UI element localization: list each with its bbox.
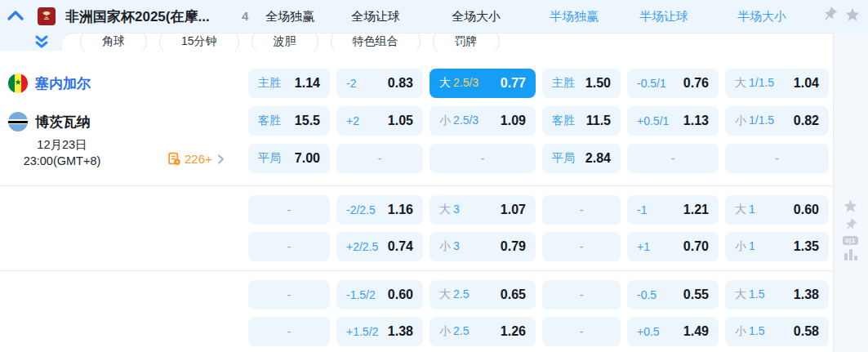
odds-cell-empty: -: [542, 195, 621, 225]
odds-cell-empty: -: [248, 195, 330, 225]
odds-cell[interactable]: 大31.07: [430, 195, 536, 225]
right-toolbar: 0|1: [833, 198, 868, 261]
market-filter-pills: 角球15分钟波胆特色组合罚牌: [62, 33, 821, 51]
odds-cell-empty: -: [627, 144, 719, 173]
odds-cell[interactable]: 平局7.00: [248, 144, 330, 173]
league-header-bar: 非洲国家杯2025(在摩... 4 全场独赢全场让球全场大小半场独赢半场让球半场…: [0, 0, 868, 33]
section-divider: [0, 185, 833, 186]
match-count: 4: [242, 9, 248, 23]
odds-row: --2/2.51.16大31.07--11.21大10.60: [248, 195, 829, 225]
senegal-flag-icon: [8, 74, 28, 93]
odds-row: -+1.5/21.38小2.51.26-+0.51.49小1.50.58: [248, 317, 829, 346]
league-logo: [38, 7, 56, 25]
odds-cell[interactable]: 客胜15.5: [248, 106, 330, 136]
odds-cell-empty: -: [248, 280, 330, 310]
right-side-strip: [833, 33, 868, 352]
odds-cell[interactable]: -20.83: [336, 69, 423, 98]
odds-cell[interactable]: 平局2.84: [542, 144, 621, 173]
odds-cell[interactable]: 客胜11.5: [542, 106, 621, 136]
stats-chart-icon[interactable]: [844, 249, 857, 261]
odds-cell[interactable]: +10.70: [627, 232, 719, 261]
market-tab[interactable]: 半场让球: [639, 9, 688, 25]
odds-cell-empty: -: [542, 232, 621, 261]
odds-cell-empty: -: [248, 232, 330, 261]
odds-cell[interactable]: 大1.51.38: [725, 280, 829, 310]
market-tab[interactable]: 全场让球: [351, 9, 400, 25]
filter-pill[interactable]: 15分钟: [159, 33, 239, 51]
odds-cell[interactable]: 主胜1.50: [542, 69, 621, 98]
league-title: 非洲国家杯2025(在摩...: [65, 7, 210, 26]
score-toggle-icon[interactable]: 0|1: [843, 236, 858, 245]
away-team-name[interactable]: 博茨瓦纳: [35, 113, 91, 131]
trophy-icon: [40, 10, 53, 23]
botswana-flag-icon: [8, 112, 28, 131]
odds-cell[interactable]: 小11.35: [725, 232, 829, 261]
odds-cell[interactable]: -11.21: [627, 195, 719, 225]
market-tab[interactable]: 半场独赢: [550, 9, 599, 25]
odds-row: 客胜15.5+21.05小2.5/31.09客胜11.5+0.5/11.13小1…: [248, 106, 829, 136]
odds-cell[interactable]: +1.5/21.38: [336, 317, 423, 346]
collapse-chevron-up-icon[interactable]: [7, 8, 24, 23]
away-team-row[interactable]: 博茨瓦纳: [8, 107, 91, 136]
market-tab[interactable]: 全场独赢: [265, 9, 314, 25]
odds-cell[interactable]: 大2.50.65: [430, 280, 536, 310]
market-tab[interactable]: 半场大小: [737, 9, 786, 25]
odds-cell[interactable]: 小30.79: [430, 232, 536, 261]
odds-cell[interactable]: 小1.50.58: [725, 317, 829, 346]
odds-cell[interactable]: 大10.60: [725, 195, 829, 225]
match-datetime: 12月23日 23:00(GMT+8): [0, 136, 124, 169]
odds-cell[interactable]: 小2.51.26: [430, 317, 536, 346]
match-date: 12月23日: [0, 136, 124, 153]
match-time: 23:00(GMT+8): [0, 153, 124, 169]
chevron-right-icon: [216, 154, 225, 164]
odds-cell-empty: -: [542, 317, 621, 346]
odds-cell[interactable]: -0.5/10.76: [627, 69, 719, 98]
market-tab[interactable]: 全场大小: [452, 9, 501, 25]
odds-cell-selected[interactable]: 大2.5/30.77: [430, 69, 536, 98]
odds-cell[interactable]: +21.05: [336, 106, 423, 136]
markets-list-icon: [167, 152, 181, 166]
filter-pill[interactable]: 角球: [80, 33, 147, 51]
star-icon[interactable]: [844, 7, 861, 23]
odds-cell[interactable]: -2/2.51.16: [336, 195, 423, 225]
odds-cell[interactable]: 小2.5/31.09: [430, 106, 536, 136]
odds-cell-empty: -: [542, 280, 621, 310]
home-team-row[interactable]: 塞内加尔: [8, 69, 91, 98]
odds-cell[interactable]: +0.51.49: [627, 317, 719, 346]
section-divider: [0, 270, 833, 271]
odds-cell-empty: -: [336, 144, 423, 173]
odds-cell[interactable]: -0.50.55: [627, 280, 719, 310]
odds-cell-empty: -: [430, 144, 536, 173]
markets-count: 226+: [185, 152, 212, 166]
filter-pill[interactable]: 罚牌: [433, 33, 500, 51]
odds-cell-empty: -: [725, 144, 829, 173]
odds-row: --1.5/20.60大2.50.65--0.50.55大1.51.38: [248, 280, 829, 310]
odds-row: -+2/2.50.74小30.79-+10.70小11.35: [248, 232, 829, 261]
filter-pill[interactable]: 波胆: [251, 33, 318, 51]
odds-cell[interactable]: -1.5/20.60: [336, 280, 423, 310]
odds-cell[interactable]: 主胜1.14: [248, 69, 330, 98]
more-markets-link[interactable]: 226+: [167, 152, 225, 166]
pin-icon[interactable]: [821, 7, 838, 23]
odds-cell[interactable]: +2/2.50.74: [336, 232, 423, 261]
odds-cell[interactable]: 大1/1.51.04: [725, 69, 829, 98]
odds-row: 平局7.00--平局2.84--: [248, 144, 829, 173]
odds-row: 主胜1.14-20.83大2.5/30.77主胜1.50-0.5/10.76大1…: [248, 69, 829, 98]
odds-cell[interactable]: +0.5/11.13: [627, 106, 719, 136]
filter-pill[interactable]: 特色组合: [331, 33, 421, 51]
odds-cell[interactable]: 小1/1.50.82: [725, 106, 829, 136]
pin-icon[interactable]: [844, 218, 857, 232]
betting-odds-panel: 非洲国家杯2025(在摩... 4 全场独赢全场让球全场大小半场独赢半场让球半场…: [0, 0, 868, 352]
home-team-name[interactable]: 塞内加尔: [35, 74, 91, 93]
star-icon[interactable]: [843, 198, 858, 214]
odds-cell-empty: -: [248, 317, 330, 346]
double-chevron-down-icon[interactable]: [34, 34, 49, 49]
